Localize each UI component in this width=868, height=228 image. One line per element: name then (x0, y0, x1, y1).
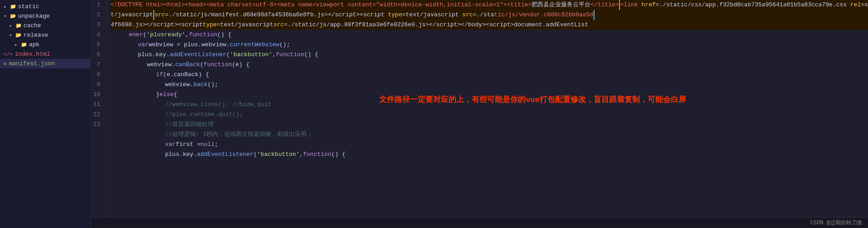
chevron-down-icon-release (9, 32, 14, 38)
code-line-1b: t/javascript src=./static/js/manifest.d6… (111, 10, 868, 20)
code-line-4: plus.key.addEventListener('backbutton', … (111, 50, 868, 60)
code-container: 1 2 3 4 5 6 7 8 9 10 11 12 13 ➜ ➜ <!DOCT… (91, 0, 868, 217)
sidebar-label-static: static (18, 3, 39, 10)
chevron-right-icon-apk (15, 42, 19, 48)
sidebar-item-manifest-json[interactable]: ⊙ manifest.json (0, 59, 90, 68)
file-explorer: 📁 static 📂 unpackage 📁 cache 📂 release 📁… (0, 0, 91, 228)
html-file-icon: </> (4, 52, 13, 57)
code-lines: ➜ ➜ <!DOCTYPE html><html><head><meta cha… (107, 0, 868, 217)
json-file-icon: ⊙ (4, 61, 7, 67)
code-line-5: webview.canBack(function(e) { (111, 60, 868, 70)
line-numbers: 1 2 3 4 5 6 7 8 9 10 11 12 13 (91, 0, 107, 217)
chevron-right-icon-cache (9, 23, 14, 29)
code-line-1: <!DOCTYPE html><html><head><meta charset… (111, 0, 868, 10)
code-line-8: } else { (111, 90, 868, 100)
code-line-14: plus.key.addEventListener('backbutton', … (111, 150, 868, 160)
chevron-right-icon (4, 4, 8, 10)
line-num-5: 5 (91, 40, 103, 50)
code-line-13: var first = null; (111, 140, 868, 150)
folder-icon-release: 📂 (15, 32, 22, 38)
sidebar-item-index-html[interactable]: </> index.html (0, 49, 90, 59)
sidebar-label-apk: apk (29, 41, 39, 48)
code-line-11: //首页返回键处理 (111, 120, 868, 130)
line-num-8: 8 (91, 70, 103, 80)
sidebar-label-index-html: index.html (15, 51, 50, 58)
code-line-1c: 4f6698.js></script><script type=text/jav… (111, 20, 868, 30)
sidebar-item-unpackage[interactable]: 📂 unpackage (0, 11, 90, 21)
code-line-2: ener('plusready', function() { (111, 30, 868, 40)
line-num-7: 7 (91, 60, 103, 70)
sidebar-label-release: release (24, 32, 49, 39)
sidebar-item-static[interactable]: 📁 static (0, 2, 90, 11)
line-num-3: 3 (91, 20, 103, 30)
sidebar-label-cache: cache (24, 22, 41, 29)
sidebar-label-manifest-json: manifest.json (9, 60, 55, 67)
folder-icon: 📁 (10, 4, 16, 10)
code-line-10: //plus.runtime.quit(); (111, 110, 868, 120)
line-num-4: 4 (91, 30, 103, 40)
line-num-6: 6 (91, 50, 103, 60)
line-num-1: 1 (91, 0, 103, 10)
folder-icon-unpackage: 📂 (10, 13, 16, 19)
code-line-6: if (e.canBack) { (111, 70, 868, 80)
folder-icon-cache: 📁 (15, 23, 22, 29)
editor-area: 1 2 3 4 5 6 7 8 9 10 11 12 13 ➜ ➜ <!DOCT… (91, 0, 868, 228)
sidebar-item-cache[interactable]: 📁 cache (0, 21, 90, 30)
code-line-7: webview.back(); (111, 80, 868, 90)
line-num-9: 9 (91, 80, 103, 90)
sidebar-item-release[interactable]: 📂 release (0, 30, 90, 40)
sidebar-label-unpackage: unpackage (18, 13, 50, 19)
line-num-13: 13 (91, 120, 103, 130)
code-line-12: //处理逻辑: 1秒内，连续两次按返回键，则退出应用； (111, 130, 868, 140)
line-num-12: 12 (91, 110, 103, 120)
code-line-3: var webview = plus.webview.currentWebvie… (111, 40, 868, 50)
line-num-2: 2 (91, 10, 103, 20)
line-num-11: 11 (91, 100, 103, 110)
line-num-10: 10 (91, 90, 103, 100)
sidebar-item-apk[interactable]: 📁 apk (0, 40, 90, 49)
status-text: CSDN @过期的秋刀鱼 (810, 219, 863, 227)
chevron-down-icon (4, 13, 8, 19)
status-bar: CSDN @过期的秋刀鱼 (91, 217, 868, 228)
folder-icon-apk: 📁 (21, 42, 27, 48)
code-line-9: //webview.close(); //hide,quit (111, 100, 868, 110)
